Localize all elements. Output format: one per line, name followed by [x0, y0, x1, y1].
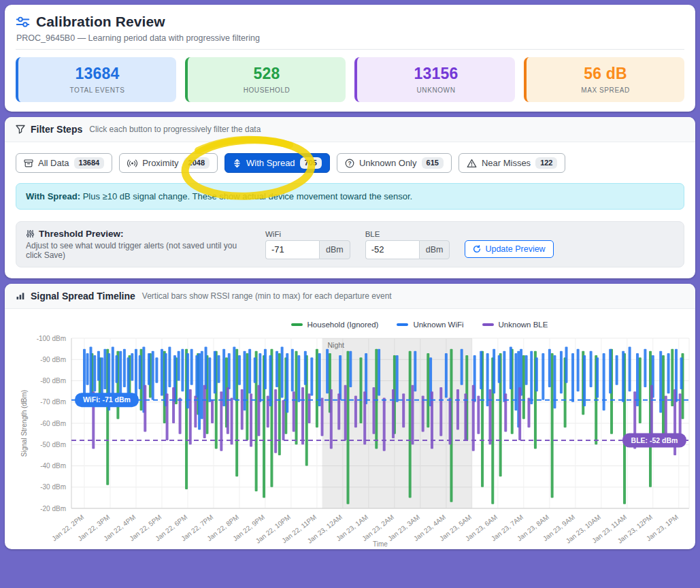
- svg-text:?: ?: [348, 159, 351, 166]
- chart-bar: [541, 353, 544, 400]
- chart-bar: [257, 385, 260, 436]
- chart-bar: [590, 351, 593, 387]
- chart-bar: [115, 355, 118, 383]
- legend-item[interactable]: Household (Ignored): [291, 321, 379, 329]
- legend-item[interactable]: Unknown WiFi: [397, 321, 463, 329]
- chart-bar: [662, 355, 665, 434]
- question-icon: ?: [345, 159, 354, 168]
- chart-bar: [609, 349, 612, 394]
- chart-bar: [301, 387, 304, 444]
- chart-bar: [86, 353, 89, 385]
- chart-bar: [629, 347, 631, 392]
- filter-button-all-data[interactable]: All Data 13684: [16, 153, 112, 173]
- filter-button-unknown-only[interactable]: ? Unknown Only 615: [337, 153, 452, 173]
- chart-bar: [530, 351, 533, 404]
- filter-button-with-spread[interactable]: With Spread 705: [224, 153, 330, 173]
- chart-bar: [518, 387, 521, 440]
- chart-bar: [510, 347, 512, 390]
- wifi-threshold-label: WiFi: -71 dBm: [83, 395, 131, 404]
- ble-threshold-input[interactable]: [365, 240, 419, 259]
- legend-label: Household (Ignored): [307, 321, 379, 329]
- filter-button-count: 2048: [184, 157, 210, 169]
- filter-button-near-misses[interactable]: Near Misses 122: [459, 153, 566, 173]
- chart-title: Signal Spread Timeline: [31, 291, 135, 301]
- chart-bar: [211, 400, 214, 423]
- filter-button-proximity[interactable]: Proximity 2048: [119, 153, 218, 173]
- chart-bar: [203, 385, 206, 438]
- chart-bar: [83, 349, 86, 398]
- chart-bar: [166, 393, 169, 440]
- wifi-input-label: WiFi: [265, 230, 350, 238]
- y-tick-label: -60 dBm: [40, 420, 66, 427]
- stat-card-unknown: 13156 UNKNOWN: [354, 57, 515, 102]
- y-axis-title: Signal Strength (dBm): [20, 390, 28, 457]
- chart-bar: [228, 353, 231, 389]
- chart-bar: [123, 349, 126, 387]
- wifi-unit-suffix: dBm: [319, 240, 350, 259]
- chart-bar: [244, 351, 246, 411]
- signal-spread-card: Signal Spread Timeline Vertical bars sho…: [5, 284, 695, 549]
- y-tick-label: -30 dBm: [40, 483, 66, 491]
- chart-bar: [168, 347, 171, 387]
- chart-bar: [577, 349, 580, 392]
- chart-bar: [241, 389, 244, 429]
- chart-bar: [93, 355, 96, 391]
- chart-bar: [161, 349, 163, 396]
- ble-threshold-label: BLE: -52 dBm: [631, 436, 678, 444]
- chart-bar: [131, 353, 133, 381]
- chart-bar: [308, 393, 311, 423]
- bar-chart-icon: [16, 291, 25, 301]
- chart-bar: [461, 349, 463, 385]
- chart-bar: [527, 398, 530, 428]
- chart-bar: [373, 387, 376, 434]
- chart-bar: [498, 355, 501, 383]
- chart-subtitle: Vertical bars show RSSI range (min to ma…: [142, 291, 392, 301]
- chart-bar: [178, 351, 180, 381]
- chart-bar: [330, 389, 333, 449]
- chart-bar: [238, 355, 241, 385]
- chart-bar: [248, 349, 251, 394]
- chart-bar: [291, 349, 294, 392]
- stat-value: 13156: [363, 65, 510, 83]
- stats-row: 13684 TOTAL EVENTS 528 HOUSEHOLD 13156 U…: [16, 57, 684, 102]
- chart-bar: [286, 353, 288, 413]
- y-tick-label: -90 dBm: [40, 356, 66, 363]
- y-tick-label: -100 dBm: [37, 335, 66, 342]
- stat-value: 13684: [24, 65, 171, 83]
- chart-bar: [392, 389, 395, 438]
- chart-bar: [449, 398, 452, 445]
- ble-unit-suffix: dBm: [419, 240, 450, 259]
- page-title: Calibration Review: [36, 14, 165, 30]
- chart-bar: [349, 351, 352, 387]
- legend-swatch: [397, 323, 408, 326]
- filter-steps-header: Filter Steps Click each button to progre…: [5, 117, 695, 142]
- chart-bar: [189, 389, 192, 444]
- wifi-threshold-input[interactable]: [265, 240, 319, 259]
- chart-bar: [190, 349, 193, 385]
- chart-bar: [152, 351, 154, 400]
- legend-item[interactable]: Unknown BLE: [482, 321, 548, 329]
- filter-steps-hint: Click each button to progressively filte…: [89, 125, 261, 134]
- chart-bar: [375, 349, 378, 449]
- calibration-sliders-icon: [16, 15, 30, 29]
- chart-bar: [522, 355, 525, 419]
- header-card: Calibration Review PROC_9645B0 — Learnin…: [5, 5, 695, 112]
- chart-bar: [396, 355, 399, 402]
- chart-bar: [414, 351, 416, 391]
- chart-bar: [201, 351, 203, 419]
- chart-bar: [282, 400, 285, 440]
- y-tick-label: -20 dBm: [40, 505, 66, 512]
- chart-bar: [155, 357, 158, 383]
- stat-card-total-events: 13684 TOTAL EVENTS: [16, 57, 176, 102]
- filter-button-count: 705: [300, 157, 322, 169]
- chart-bar: [233, 347, 235, 400]
- legend-swatch: [482, 323, 494, 326]
- stat-label: MAX SPREAD: [532, 86, 679, 94]
- chart-bar: [326, 349, 329, 394]
- update-preview-button[interactable]: Update Preview: [465, 240, 553, 258]
- update-preview-label: Update Preview: [485, 244, 545, 254]
- filter-button-label: All Data: [38, 158, 69, 168]
- chart-bar: [337, 393, 340, 429]
- chart-bar: [535, 357, 538, 391]
- chart-bar: [179, 398, 182, 434]
